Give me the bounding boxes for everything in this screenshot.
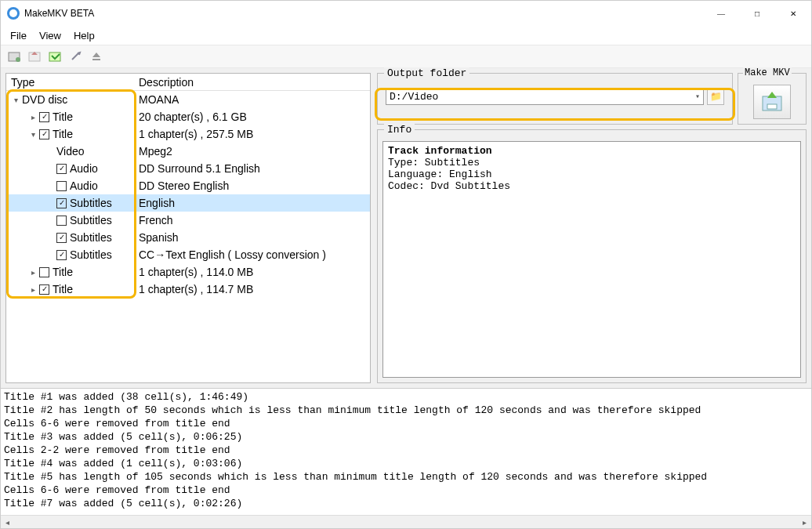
tree-item-description: DD Surround 5.1 English [134,162,370,175]
checkbox[interactable] [56,250,67,260]
open-file-icon[interactable] [5,47,24,66]
right-panel: Output folder D:/Video ▾ 📁 Make MKV [377,73,807,383]
checkbox[interactable] [39,284,49,295]
expander-icon[interactable]: ▾ [11,96,20,104]
checkbox[interactable] [56,164,67,174]
tree-item-label: Title [53,266,73,278]
output-folder-group: Output folder D:/Video ▾ 📁 [377,73,733,125]
main-area: Type Description ▾DVD discMOANA▸Title20 … [1,68,811,388]
log-area: Title #1 was added (38 cell(s), 1:46:49)… [1,388,811,515]
tree-item-label: Title [53,283,73,295]
horizontal-scrollbar[interactable]: ◂ ▸ [1,515,811,528]
close-button[interactable]: ✕ [775,1,811,26]
checkbox[interactable] [39,267,49,277]
checkbox[interactable] [56,233,67,243]
info-group: Info Track information Type: Subtitles L… [377,129,807,383]
tree-item-label: Title [53,111,73,123]
tree-row[interactable]: ▸Title20 chapter(s) , 6.1 GB [6,108,370,125]
maximize-button[interactable]: □ [739,1,775,26]
menu-view[interactable]: View [33,28,67,43]
open-disc-icon[interactable] [26,47,45,66]
make-mkv-button[interactable] [753,85,791,119]
tree-item-description: English [134,197,370,209]
tree-item-label: Subtitles [70,248,112,261]
browse-folder-button[interactable]: 📁 [707,88,724,105]
output-folder-value: D:/Video [390,91,438,103]
tree-header: Type Description [6,74,370,91]
tree-panel: Type Description ▾DVD discMOANA▸Title20 … [5,73,371,383]
tree-row[interactable]: SubtitlesFrench [6,212,370,229]
menu-file[interactable]: File [4,28,33,43]
eject-icon[interactable] [87,47,106,66]
info-text: Track information Type: Subtitles Langua… [382,141,801,378]
save-icon[interactable] [46,47,65,66]
scroll-track[interactable] [14,516,798,528]
svg-rect-5 [767,104,777,109]
tree-item-description: 1 chapter(s) , 114.0 MB [134,266,370,278]
tree-body[interactable]: ▾DVD discMOANA▸Title20 chapter(s) , 6.1 … [6,91,370,382]
tree-item-label: Subtitles [70,231,112,244]
tree-item-description: CC→Text English ( Lossy conversion ) [134,248,370,261]
info-legend: Info [384,124,415,136]
tree-item-description: MOANA [134,93,370,106]
expander-icon[interactable]: ▸ [28,268,38,277]
tree-row[interactable]: AudioDD Surround 5.1 English [6,160,370,177]
folder-icon: 📁 [710,91,722,102]
output-folder-combo[interactable]: D:/Video ▾ [386,88,704,105]
app-icon [7,7,20,20]
svg-point-1 [16,57,20,62]
checkbox[interactable] [56,216,67,226]
tree-item-description: DD Stereo English [134,179,370,192]
tree-row[interactable]: VideoMpeg2 [6,143,370,160]
checkbox[interactable] [39,112,49,122]
tree-item-description: Spanish [134,231,370,244]
tree-item-label: Title [53,128,73,140]
checkbox[interactable] [56,181,67,191]
output-folder-legend: Output folder [384,67,469,79]
top-row: Output folder D:/Video ▾ 📁 Make MKV [377,73,807,125]
minimize-button[interactable]: — [703,1,739,26]
tree-row[interactable]: SubtitlesSpanish [6,229,370,246]
chevron-down-icon: ▾ [695,92,700,101]
tree-row[interactable]: ▸Title1 chapter(s) , 114.0 MB [6,263,370,281]
tree-item-label: Video [56,145,85,158]
scroll-right-icon[interactable]: ▸ [798,516,811,529]
tree-row[interactable]: AudioDD Stereo English [6,177,370,194]
tree-item-label: DVD disc [22,93,67,106]
tree-item-label: Audio [70,162,98,175]
tree-item-description: 1 chapter(s) , 114.7 MB [134,283,370,295]
tree-item-description: French [134,214,370,226]
tree-item-description: 20 chapter(s) , 6.1 GB [134,111,370,123]
toolbar [1,45,811,68]
make-mkv-legend: Make MKV [743,67,792,78]
tree-item-label: Audio [70,179,98,192]
settings-icon[interactable] [67,47,85,66]
menubar: File View Help [1,26,811,45]
make-mkv-group: Make MKV [738,73,807,125]
tree-item-description: Mpeg2 [134,145,370,158]
scroll-left-icon[interactable]: ◂ [1,516,14,529]
column-header-type[interactable]: Type [6,76,134,89]
titlebar: MakeMKV BETA — □ ✕ [1,1,811,26]
tree-row[interactable]: SubtitlesCC→Text English ( Lossy convers… [6,246,370,263]
expander-icon[interactable]: ▾ [28,130,38,139]
tree-item-label: Subtitles [70,214,112,226]
checkbox[interactable] [56,198,67,208]
window-title: MakeMKV BETA [24,8,703,19]
menu-help[interactable]: Help [67,28,101,43]
column-header-description[interactable]: Description [134,76,370,89]
tree-item-label: Subtitles [70,197,112,209]
tree-row[interactable]: SubtitlesEnglish [6,194,370,212]
expander-icon[interactable]: ▸ [28,113,38,121]
checkbox[interactable] [39,129,49,139]
expander-icon[interactable]: ▸ [28,285,38,294]
tree-row[interactable]: ▾Title1 chapter(s) , 257.5 MB [6,125,370,143]
tree-row[interactable]: ▾DVD discMOANA [6,91,370,108]
save-mkv-icon [759,90,785,114]
tree-item-description: 1 chapter(s) , 257.5 MB [134,128,370,140]
tree-row[interactable]: ▸Title1 chapter(s) , 114.7 MB [6,281,370,298]
